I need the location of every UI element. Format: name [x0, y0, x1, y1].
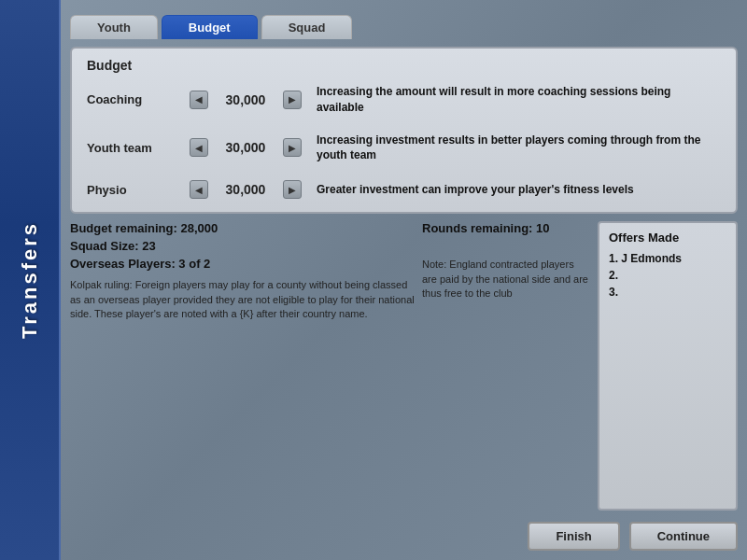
kolpak-text: Kolpak ruling: Foreign players may play … [70, 278, 415, 321]
tab-budget[interactable]: Budget [162, 15, 258, 39]
physio-row: Physio ◀ 30,000 ▶ Greater investment can… [87, 180, 721, 199]
offer-item-3: 3. [609, 286, 726, 299]
physio-value: 30,000 [208, 182, 283, 197]
tab-squad[interactable]: Squad [261, 15, 353, 39]
coaching-label: Coaching [87, 92, 190, 106]
youth-team-decrease-button[interactable]: ◀ [190, 138, 208, 157]
rounds-remaining: Rounds remaining: 10 [422, 221, 590, 235]
info-left: Budget remaining: 28,000 Squad Size: 23 … [70, 221, 415, 511]
note-text: Note: England contracted players are pai… [422, 258, 590, 301]
youth-team-row: Youth team ◀ 30,000 ▶ Increasing investm… [87, 133, 721, 164]
physio-description: Greater investment can improve your play… [317, 182, 721, 198]
coaching-decrease-button[interactable]: ◀ [190, 91, 208, 109]
overseas-players: Overseas Players: 3 of 2 [70, 257, 415, 271]
youth-team-label: Youth team [87, 141, 190, 155]
budget-panel: Budget Coaching ◀ 30,000 ▶ Increasing th… [70, 47, 738, 214]
offer-item-2: 2. [609, 269, 726, 282]
continue-button[interactable]: Continue [629, 522, 738, 551]
finish-button[interactable]: Finish [528, 522, 619, 551]
offers-made-title: Offers Made [609, 231, 726, 245]
coaching-increase-button[interactable]: ▶ [283, 91, 302, 109]
physio-decrease-button[interactable]: ◀ [190, 180, 208, 199]
bottom-section: Budget remaining: 28,000 Squad Size: 23 … [70, 221, 738, 511]
youth-team-increase-button[interactable]: ▶ [283, 138, 302, 157]
budget-panel-title: Budget [87, 58, 721, 73]
offer-item-1: 1. J Edmonds [609, 252, 726, 265]
tab-bar: Youth Budget Squad [70, 7, 738, 39]
offers-panel: Offers Made 1. J Edmonds 2. 3. [598, 221, 738, 511]
coaching-value: 30,000 [208, 92, 283, 107]
physio-increase-button[interactable]: ▶ [283, 180, 302, 199]
squad-size: Squad Size: 23 [70, 239, 415, 253]
coaching-description: Increasing the amount will result in mor… [317, 84, 721, 116]
physio-label: Physio [87, 183, 190, 197]
sidebar-label: Transfers [18, 221, 42, 339]
youth-team-description: Increasing investment results in better … [317, 133, 721, 164]
main-content: Youth Budget Squad Budget Coaching ◀ 30,… [61, 0, 747, 560]
button-row: Finish Continue [70, 522, 738, 551]
youth-team-value: 30,000 [208, 140, 283, 155]
coaching-row: Coaching ◀ 30,000 ▶ Increasing the amoun… [87, 84, 721, 116]
tab-youth[interactable]: Youth [70, 15, 158, 39]
budget-remaining: Budget remaining: 28,000 [70, 221, 415, 235]
sidebar: Transfers [0, 0, 61, 560]
info-center: Rounds remaining: 10 Note: England contr… [422, 221, 590, 511]
